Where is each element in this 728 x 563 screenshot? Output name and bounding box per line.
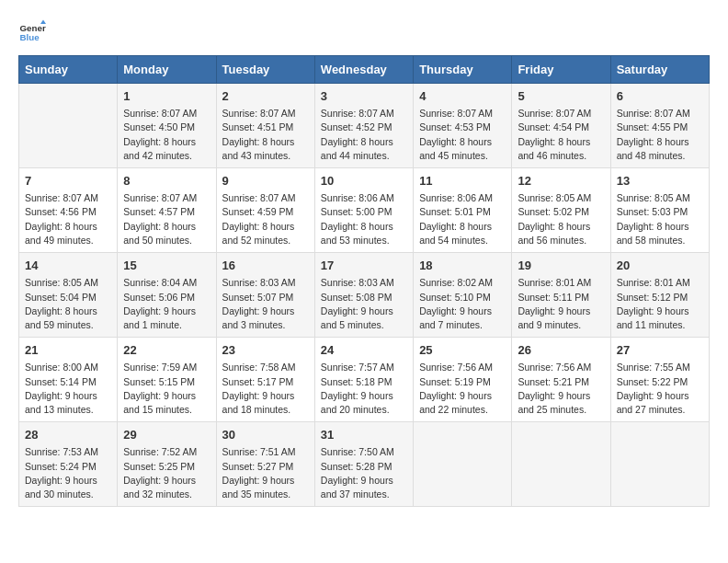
calendar-cell: 17Sunrise: 8:03 AMSunset: 5:08 PMDayligh…: [314, 253, 413, 338]
calendar-cell: 18Sunrise: 8:02 AMSunset: 5:10 PMDayligh…: [414, 253, 512, 338]
calendar-cell: 4Sunrise: 8:07 AMSunset: 4:53 PMDaylight…: [414, 84, 512, 168]
logo: General Blue: [18, 18, 46, 46]
day-info: Sunrise: 8:07 AMSunset: 4:55 PMDaylight:…: [617, 107, 703, 163]
day-number: 18: [419, 258, 506, 274]
day-number: 7: [25, 173, 111, 190]
calendar-cell: [610, 422, 709, 507]
day-info: Sunrise: 8:06 AMSunset: 5:01 PMDaylight:…: [419, 191, 506, 247]
calendar-cell: 19Sunrise: 8:01 AMSunset: 5:11 PMDayligh…: [512, 253, 610, 338]
day-info: Sunrise: 8:05 AMSunset: 5:04 PMDaylight:…: [25, 276, 111, 332]
day-number: 27: [617, 342, 703, 359]
day-info: Sunrise: 7:55 AMSunset: 5:22 PMDaylight:…: [617, 361, 703, 417]
day-info: Sunrise: 8:07 AMSunset: 4:54 PMDaylight:…: [518, 107, 604, 163]
day-info: Sunrise: 8:07 AMSunset: 4:56 PMDaylight:…: [25, 191, 111, 247]
day-number: 23: [222, 342, 309, 359]
calendar-cell: 9Sunrise: 8:07 AMSunset: 4:59 PMDaylight…: [216, 168, 314, 253]
calendar-cell: 15Sunrise: 8:04 AMSunset: 5:06 PMDayligh…: [118, 253, 216, 338]
day-info: Sunrise: 7:57 AMSunset: 5:18 PMDaylight:…: [321, 361, 407, 417]
svg-text:General: General: [20, 23, 47, 33]
day-info: Sunrise: 8:07 AMSunset: 4:53 PMDaylight:…: [419, 107, 506, 163]
day-info: Sunrise: 7:52 AMSunset: 5:25 PMDaylight:…: [123, 445, 210, 501]
day-number: 8: [123, 173, 210, 190]
day-number: 4: [419, 88, 506, 105]
day-number: 9: [222, 173, 309, 190]
header-sunday: Sunday: [19, 56, 118, 84]
day-number: 17: [321, 258, 407, 274]
calendar-cell: 27Sunrise: 7:55 AMSunset: 5:22 PMDayligh…: [610, 338, 709, 422]
day-info: Sunrise: 8:05 AMSunset: 5:02 PMDaylight:…: [518, 191, 604, 247]
calendar-cell: 2Sunrise: 8:07 AMSunset: 4:51 PMDaylight…: [216, 84, 314, 168]
day-info: Sunrise: 7:56 AMSunset: 5:21 PMDaylight:…: [518, 361, 604, 417]
day-number: 11: [419, 173, 506, 190]
calendar-cell: 25Sunrise: 7:56 AMSunset: 5:19 PMDayligh…: [414, 338, 512, 422]
calendar-cell: 12Sunrise: 8:05 AMSunset: 5:02 PMDayligh…: [512, 168, 610, 253]
calendar-cell: 3Sunrise: 8:07 AMSunset: 4:52 PMDaylight…: [314, 84, 413, 168]
calendar-cell: 26Sunrise: 7:56 AMSunset: 5:21 PMDayligh…: [512, 338, 610, 422]
day-number: 28: [25, 427, 111, 443]
day-number: 6: [617, 88, 703, 105]
svg-marker-2: [40, 20, 46, 25]
calendar-cell: 22Sunrise: 7:59 AMSunset: 5:15 PMDayligh…: [118, 338, 216, 422]
calendar-cell: 7Sunrise: 8:07 AMSunset: 4:56 PMDaylight…: [19, 168, 118, 253]
calendar-week-row: 14Sunrise: 8:05 AMSunset: 5:04 PMDayligh…: [19, 253, 710, 338]
day-number: 31: [321, 427, 407, 443]
header-monday: Monday: [118, 56, 216, 84]
day-number: 16: [222, 258, 309, 274]
page-header: General Blue: [18, 18, 710, 46]
calendar-cell: 21Sunrise: 8:00 AMSunset: 5:14 PMDayligh…: [19, 338, 118, 422]
day-info: Sunrise: 8:07 AMSunset: 4:57 PMDaylight:…: [123, 191, 210, 247]
day-info: Sunrise: 7:58 AMSunset: 5:17 PMDaylight:…: [222, 361, 309, 417]
calendar-header-row: SundayMondayTuesdayWednesdayThursdayFrid…: [19, 56, 710, 84]
calendar-cell: 13Sunrise: 8:05 AMSunset: 5:03 PMDayligh…: [610, 168, 709, 253]
calendar-cell: [414, 422, 512, 507]
day-info: Sunrise: 7:50 AMSunset: 5:28 PMDaylight:…: [321, 445, 407, 501]
day-number: 25: [419, 342, 506, 359]
calendar-cell: 8Sunrise: 8:07 AMSunset: 4:57 PMDaylight…: [118, 168, 216, 253]
calendar-cell: 31Sunrise: 7:50 AMSunset: 5:28 PMDayligh…: [314, 422, 413, 507]
day-number: 30: [222, 427, 309, 443]
calendar-week-row: 1Sunrise: 8:07 AMSunset: 4:50 PMDaylight…: [19, 84, 710, 168]
day-number: 22: [123, 342, 210, 359]
calendar-cell: 23Sunrise: 7:58 AMSunset: 5:17 PMDayligh…: [216, 338, 314, 422]
day-info: Sunrise: 8:00 AMSunset: 5:14 PMDaylight:…: [25, 361, 111, 417]
day-number: 10: [321, 173, 407, 190]
day-number: 1: [123, 88, 210, 105]
day-info: Sunrise: 8:03 AMSunset: 5:08 PMDaylight:…: [321, 276, 407, 332]
svg-text:Blue: Blue: [20, 32, 40, 42]
day-info: Sunrise: 7:59 AMSunset: 5:15 PMDaylight:…: [123, 361, 210, 417]
day-number: 20: [617, 258, 703, 274]
calendar-cell: 20Sunrise: 8:01 AMSunset: 5:12 PMDayligh…: [610, 253, 709, 338]
day-info: Sunrise: 8:04 AMSunset: 5:06 PMDaylight:…: [123, 276, 210, 332]
day-number: 13: [617, 173, 703, 190]
day-number: 26: [518, 342, 604, 359]
calendar-week-row: 21Sunrise: 8:00 AMSunset: 5:14 PMDayligh…: [19, 338, 710, 422]
day-info: Sunrise: 8:07 AMSunset: 4:50 PMDaylight:…: [123, 107, 210, 163]
day-info: Sunrise: 8:03 AMSunset: 5:07 PMDaylight:…: [222, 276, 309, 332]
header-wednesday: Wednesday: [314, 56, 413, 84]
header-friday: Friday: [512, 56, 610, 84]
calendar-week-row: 28Sunrise: 7:53 AMSunset: 5:24 PMDayligh…: [19, 422, 710, 507]
day-number: 19: [518, 258, 604, 274]
day-info: Sunrise: 8:07 AMSunset: 4:51 PMDaylight:…: [222, 107, 309, 163]
header-saturday: Saturday: [610, 56, 709, 84]
day-number: 5: [518, 88, 604, 105]
day-number: 29: [123, 427, 210, 443]
day-info: Sunrise: 8:06 AMSunset: 5:00 PMDaylight:…: [321, 191, 407, 247]
calendar-cell: 6Sunrise: 8:07 AMSunset: 4:55 PMDaylight…: [610, 84, 709, 168]
day-info: Sunrise: 8:02 AMSunset: 5:10 PMDaylight:…: [419, 276, 506, 332]
day-info: Sunrise: 8:01 AMSunset: 5:11 PMDaylight:…: [518, 276, 604, 332]
day-info: Sunrise: 7:53 AMSunset: 5:24 PMDaylight:…: [25, 445, 111, 501]
calendar-cell: 5Sunrise: 8:07 AMSunset: 4:54 PMDaylight…: [512, 84, 610, 168]
day-number: 2: [222, 88, 309, 105]
day-info: Sunrise: 7:51 AMSunset: 5:27 PMDaylight:…: [222, 445, 309, 501]
calendar-cell: 14Sunrise: 8:05 AMSunset: 5:04 PMDayligh…: [19, 253, 118, 338]
day-info: Sunrise: 7:56 AMSunset: 5:19 PMDaylight:…: [419, 361, 506, 417]
day-number: 14: [25, 258, 111, 274]
calendar-cell: 11Sunrise: 8:06 AMSunset: 5:01 PMDayligh…: [414, 168, 512, 253]
calendar-cell: [512, 422, 610, 507]
day-info: Sunrise: 8:07 AMSunset: 4:59 PMDaylight:…: [222, 191, 309, 247]
calendar-week-row: 7Sunrise: 8:07 AMSunset: 4:56 PMDaylight…: [19, 168, 710, 253]
day-info: Sunrise: 8:01 AMSunset: 5:12 PMDaylight:…: [617, 276, 703, 332]
header-tuesday: Tuesday: [216, 56, 314, 84]
day-info: Sunrise: 8:05 AMSunset: 5:03 PMDaylight:…: [617, 191, 703, 247]
